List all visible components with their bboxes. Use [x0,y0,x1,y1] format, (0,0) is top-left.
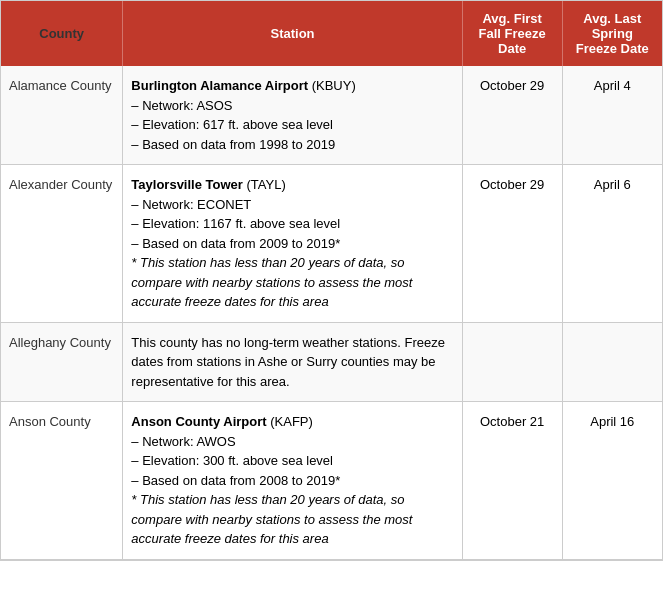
station-code: (KBUY) [308,78,356,93]
table-row: Alamance CountyBurlington Alamance Airpo… [1,66,662,165]
station-name: Taylorsville Tower [131,177,243,192]
cell-spring-date [562,322,662,402]
cell-station: Anson County Airport (KAFP)– Network: AW… [123,402,462,560]
station-code: (KAFP) [267,414,313,429]
table-row: Alexander CountyTaylorsville Tower (TAYL… [1,165,662,323]
table-header-row: County Station Avg. First Fall Freeze Da… [1,1,662,66]
freeze-dates-table: County Station Avg. First Fall Freeze Da… [0,0,663,561]
cell-station: Taylorsville Tower (TAYL)– Network: ECON… [123,165,462,323]
cell-spring-date: April 6 [562,165,662,323]
cell-spring-date: April 4 [562,66,662,165]
station-name: Anson County Airport [131,414,266,429]
station-detail: – Based on data from 2009 to 2019* [131,234,453,254]
station-note: * This station has less than 20 years of… [131,490,453,549]
header-fall-freeze: Avg. First Fall Freeze Date [462,1,562,66]
cell-station: Burlington Alamance Airport (KBUY)– Netw… [123,66,462,165]
table-row: Anson CountyAnson County Airport (KAFP)–… [1,402,662,560]
header-county: County [1,1,123,66]
cell-fall-date [462,322,562,402]
cell-fall-date: October 21 [462,402,562,560]
cell-fall-date: October 29 [462,165,562,323]
station-code: (TAYL) [243,177,286,192]
cell-county: Anson County [1,402,123,560]
station-name: Burlington Alamance Airport [131,78,308,93]
station-detail: – Network: ASOS [131,96,453,116]
cell-county: Alleghany County [1,322,123,402]
cell-fall-date: October 29 [462,66,562,165]
station-detail: – Network: AWOS [131,432,453,452]
cell-spring-date: April 16 [562,402,662,560]
station-detail: – Elevation: 1167 ft. above sea level [131,214,453,234]
cell-county: Alexander County [1,165,123,323]
header-spring-freeze: Avg. Last Spring Freeze Date [562,1,662,66]
station-detail: – Based on data from 2008 to 2019* [131,471,453,491]
station-detail: – Elevation: 300 ft. above sea level [131,451,453,471]
cell-county: Alamance County [1,66,123,165]
header-station: Station [123,1,462,66]
station-note: * This station has less than 20 years of… [131,253,453,312]
station-detail: – Based on data from 1998 to 2019 [131,135,453,155]
cell-station: This county has no long-term weather sta… [123,322,462,402]
station-detail: – Network: ECONET [131,195,453,215]
table-row: Alleghany CountyThis county has no long-… [1,322,662,402]
station-detail: – Elevation: 617 ft. above sea level [131,115,453,135]
